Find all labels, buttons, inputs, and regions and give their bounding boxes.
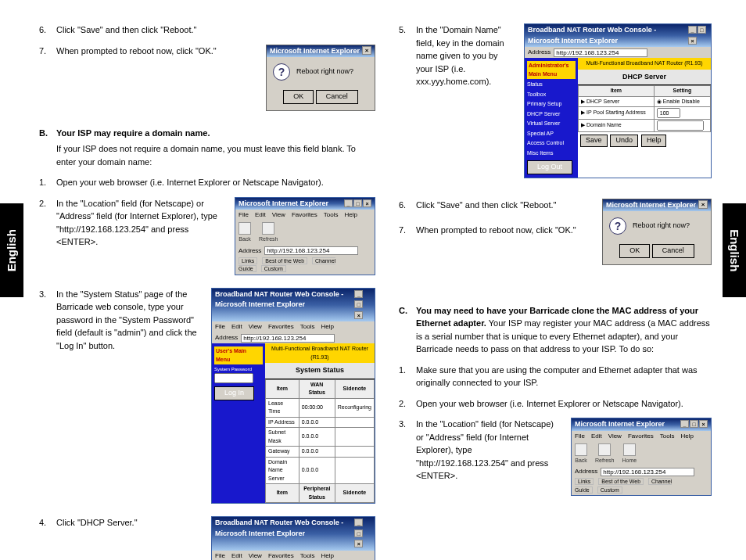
browser-menubar: FileEditViewFavoritesToolsHelp [235,210,375,221]
system-password-input[interactable] [214,373,253,383]
ok-button[interactable]: OK [619,244,650,258]
step-7: 7. When prompted to reboot now, click "O… [39,45,258,58]
right-column: Broadband NAT Router Web Console - Micro… [399,23,712,501]
step-c3: 3.In the "Location" field (for Netscape)… [399,418,563,483]
cancel-button[interactable]: Cancel [652,244,694,258]
step-b1: 1.Open your web browser (i.e. Internet E… [39,176,375,189]
ip-pool-input[interactable] [657,108,680,118]
sidebar-link[interactable]: DHCP Server [527,110,576,119]
sidebar-link[interactable]: Misc Items [527,149,576,158]
sidebar-link[interactable]: Special AP [527,130,576,138]
address-input[interactable] [241,334,335,343]
step-6: 6. Click "Save" and then click "Reboot." [39,23,375,37]
step-c2: 2.Open your web browser (i.e. Internet E… [399,397,712,411]
user-main-menu-heading: User's Main Menu [214,346,263,364]
sidebar-link[interactable]: Status [527,81,576,89]
close-icon[interactable]: × [362,46,371,55]
reboot-dialog-2: Microsoft Internet Explorer× ?Reboot rig… [602,199,712,265]
question-icon: ? [609,217,626,235]
step-r7: 7.When prompted to reboot now, click "OK… [399,224,594,237]
step-b4: 4.Click "DHCP Server." [39,516,203,529]
system-status-user-screenshot: Broadband NAT Router Web Console - Micro… [211,288,375,504]
login-button[interactable]: Log In [214,386,254,400]
sidebar-link[interactable]: Toolbox [527,91,576,99]
address-input[interactable] [264,246,358,255]
question-icon: ? [273,63,290,81]
dhcp-settings-table: ItemSetting ▶ DHCP Server◉ Enable Disabl… [578,85,711,132]
ok-button[interactable]: OK [283,90,314,104]
save-button[interactable]: Save [580,135,608,147]
sidebar-link[interactable]: Primary Setup [527,100,576,109]
address-input[interactable] [554,48,647,57]
step-r6: 6.Click "Save" and then click "Reboot." [399,199,594,212]
left-column: 6. Click "Save" and then click "Reboot."… [39,23,375,560]
back-button[interactable]: Back [239,222,251,244]
dhcp-server-screenshot: Broadband NAT Router Web Console - Micro… [524,23,712,178]
undo-button[interactable]: Undo [610,135,638,147]
section-b-body: If your ISP does not require a domain na… [56,142,375,168]
browser-screenshot-1: Microsoft Internet Explorer_□× FileEditV… [235,197,375,275]
close-icon[interactable]: × [698,200,708,209]
step-b3: 3.In the "System Status" page of the Bar… [39,288,203,353]
home-button[interactable]: Home [622,443,637,465]
system-status-heading: System Status [265,363,375,379]
step-r5: 5.In the "Domain Name" field, key in the… [399,23,516,88]
logout-button[interactable]: Log Out [527,160,572,174]
cancel-button[interactable]: Cancel [316,90,358,104]
dhcp-server-heading: DHCP Server [578,70,711,86]
sidebar-link[interactable]: Virtual Server [527,120,576,128]
wan-status-table: ItemWAN StatusSidenote Lease Time00:00:0… [265,379,375,504]
reboot-dialog-1: Microsoft Internet Explorer× ?Reboot rig… [266,45,375,111]
sidebar-link[interactable]: Access Control [527,139,576,148]
step-c1: 1.Make sure that you are using the compu… [399,364,712,389]
help-button[interactable]: Help [641,135,667,147]
section-c-heading: C. You may need to have your Barricade c… [399,304,712,356]
address-input[interactable] [601,468,694,476]
system-status-admin-screenshot: Broadband NAT Router Web Console - Micro… [211,516,375,560]
refresh-button[interactable]: Refresh [595,443,615,465]
section-b-heading: B. Your ISP may require a domain name. [39,127,375,140]
browser-screenshot-2: Microsoft Internet Explorer_□× FileEditV… [571,418,712,496]
refresh-button[interactable]: Refresh [259,222,278,244]
step-b2: 2.In the "Location" field (for Netscape)… [39,197,227,249]
domain-name-input[interactable] [657,120,704,131]
back-button[interactable]: Back [575,443,587,465]
